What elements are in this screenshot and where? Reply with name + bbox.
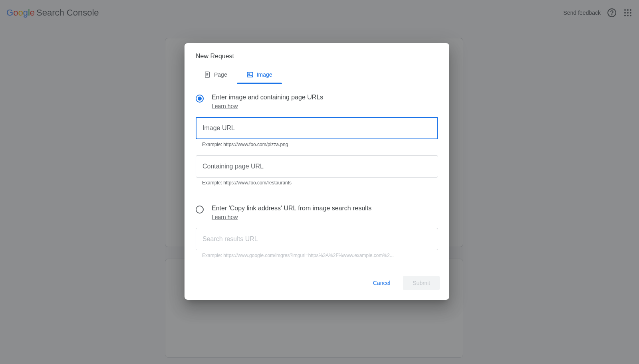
radio-urls-label: Enter image and containing page URLs [212, 94, 438, 101]
learn-how-link-search[interactable]: Learn how [212, 214, 238, 220]
modal-footer: Cancel Submit [185, 269, 449, 300]
radio-search-url[interactable] [196, 206, 204, 214]
tab-image-label: Image [257, 71, 272, 78]
radio-option-search-url: Enter 'Copy link address' URL from image… [196, 205, 438, 221]
modal-tabs: Page Image [185, 66, 449, 84]
page-url-hint: Example: https://www.foo.com/restaurants [196, 180, 438, 186]
image-url-hint: Example: https://www.foo.com/pizza.png [196, 142, 438, 147]
tab-image[interactable]: Image [237, 66, 282, 84]
cancel-button[interactable]: Cancel [363, 276, 400, 290]
page-url-field-group: Example: https://www.foo.com/restaurants [196, 155, 438, 186]
radio-search-url-label: Enter 'Copy link address' URL from image… [212, 205, 438, 212]
tab-page-label: Page [214, 71, 227, 78]
image-url-input[interactable] [196, 117, 438, 139]
submit-button[interactable]: Submit [403, 276, 440, 290]
image-url-field-group: Example: https://www.foo.com/pizza.png [196, 117, 438, 147]
containing-page-url-input[interactable] [196, 155, 438, 178]
new-request-modal: New Request Page Image Enter i [185, 43, 449, 300]
learn-how-link-urls[interactable]: Learn how [212, 103, 238, 109]
tab-page[interactable]: Page [194, 66, 237, 84]
image-icon [246, 71, 254, 78]
search-url-field-group: Example: https://www.google.com/imgres?i… [196, 228, 438, 258]
search-results-url-input[interactable] [196, 228, 438, 250]
radio-enter-urls[interactable] [196, 95, 204, 103]
modal-body: Enter image and containing page URLs Lea… [185, 84, 449, 269]
search-url-hint: Example: https://www.google.com/imgres?i… [196, 253, 438, 258]
radio-option-urls: Enter image and containing page URLs Lea… [196, 94, 438, 110]
modal-title: New Request [185, 43, 449, 66]
page-icon [204, 71, 211, 78]
